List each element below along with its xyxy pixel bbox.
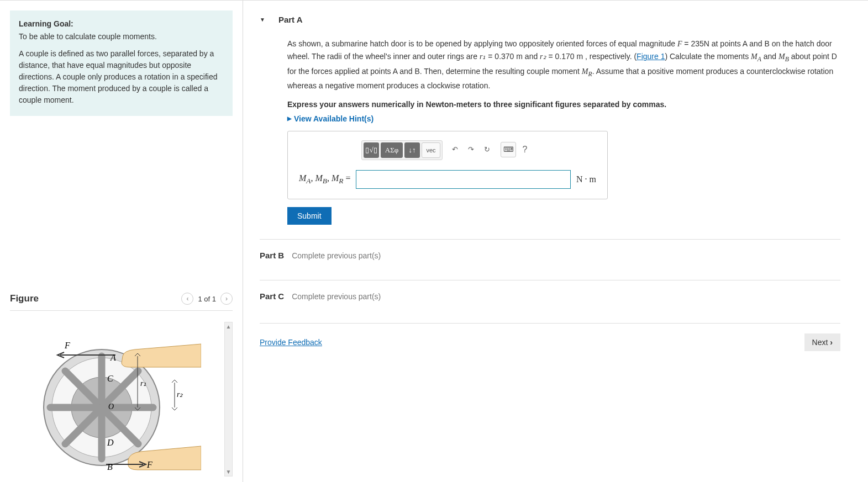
- figure-nav: ‹ 1 of 1 ›: [181, 293, 233, 305]
- view-hints-link[interactable]: ▶ View Available Hint(s): [260, 114, 840, 131]
- label-A: A: [110, 353, 116, 362]
- next-button[interactable]: Next ›: [804, 333, 840, 351]
- templates-button[interactable]: ▯√▯: [364, 142, 379, 158]
- divider: [260, 239, 840, 240]
- figure-image: F F A B C D O r₁ r₂: [10, 322, 221, 482]
- toolbar-group-3: ⌨ ?: [499, 140, 534, 160]
- toolbar-group-2: ↶ ↷ ↻: [446, 140, 496, 160]
- part-c-note: Complete previous part(s): [292, 292, 381, 301]
- answer-row: MA, MB, MR = N · m: [299, 170, 596, 189]
- figure-count: 1 of 1: [198, 295, 216, 303]
- left-panel: Learning Goal: To be able to calculate c…: [0, 1, 243, 482]
- part-c-label: Part C: [260, 292, 284, 301]
- caret-right-icon: ▶: [287, 115, 292, 121]
- divider: [260, 280, 840, 280]
- scroll-up-icon[interactable]: ▲: [226, 322, 232, 331]
- figure-section: Figure ‹ 1 of 1 ›: [10, 282, 233, 482]
- redo-button[interactable]: ↷: [464, 142, 478, 157]
- learning-goal-title: Learning Goal:: [19, 18, 224, 30]
- part-a-title: Part A: [278, 15, 303, 24]
- chevron-right-icon: ›: [830, 338, 833, 347]
- figure-header: Figure ‹ 1 of 1 ›: [10, 293, 233, 311]
- scroll-down-icon[interactable]: ▼: [226, 468, 232, 476]
- answer-input[interactable]: [356, 170, 571, 189]
- answer-instruction: Express your answers numerically in Newt…: [260, 98, 840, 114]
- provide-feedback-link[interactable]: Provide Feedback: [260, 338, 322, 347]
- part-c-row: Part C Complete previous part(s): [260, 286, 840, 306]
- figure-body: F F A B C D O r₁ r₂ ▲ ▼: [10, 311, 233, 482]
- reset-button[interactable]: ↻: [480, 142, 494, 157]
- subsup-button[interactable]: ↓↑: [404, 142, 420, 158]
- part-a-header[interactable]: ▼ Part A: [260, 12, 840, 32]
- label-r2: r₂: [177, 390, 183, 399]
- learning-goal-box: Learning Goal: To be able to calculate c…: [10, 10, 233, 116]
- figure-scrollbar[interactable]: ▲ ▼: [224, 322, 233, 476]
- help-button[interactable]: ?: [518, 142, 532, 157]
- figure-prev-button[interactable]: ‹: [181, 293, 193, 305]
- figure-title: Figure: [10, 293, 39, 304]
- figure-next-button[interactable]: ›: [220, 293, 233, 305]
- learning-goal-body: A couple is defined as two parallel forc…: [19, 48, 224, 106]
- answer-label: MA, MB, MR =: [299, 173, 350, 186]
- wheel-diagram-svg: F F A B C D O r₁ r₂: [30, 322, 201, 482]
- answer-units: N · m: [576, 174, 596, 184]
- toolbar-group-1: ▯√▯ ΑΣφ ↓↑ vec: [361, 140, 443, 160]
- caret-down-icon: ▼: [260, 17, 265, 23]
- greek-button[interactable]: ΑΣφ: [381, 142, 403, 158]
- keyboard-button[interactable]: ⌨: [501, 142, 516, 157]
- part-b-label: Part B: [260, 251, 284, 260]
- label-F-left: F: [64, 341, 70, 350]
- part-b-note: Complete previous part(s): [292, 251, 381, 260]
- question-text: As shown, a submarine hatch door is to b…: [260, 32, 840, 98]
- label-r1: r₁: [140, 379, 146, 388]
- label-F-right: F: [146, 460, 152, 469]
- vec-button[interactable]: vec: [422, 142, 440, 158]
- label-C: C: [107, 374, 113, 383]
- equation-toolbar: ▯√▯ ΑΣφ ↓↑ vec ↶ ↷ ↻ ⌨ ?: [299, 140, 596, 160]
- answer-box: ▯√▯ ΑΣφ ↓↑ vec ↶ ↷ ↻ ⌨ ? MA, MB, MR = N …: [287, 131, 608, 199]
- label-O: O: [108, 402, 114, 411]
- undo-button[interactable]: ↶: [448, 142, 462, 157]
- right-panel: ▼ Part A As shown, a submarine hatch doo…: [243, 1, 868, 482]
- label-D: D: [107, 438, 114, 447]
- footer-row: Provide Feedback Next ›: [260, 323, 840, 351]
- part-b-row: Part B Complete previous part(s): [260, 245, 840, 266]
- label-B: B: [107, 462, 113, 472]
- learning-goal-sub: To be able to calculate couple moments.: [19, 31, 224, 43]
- submit-button[interactable]: Submit: [287, 207, 332, 225]
- figure-link[interactable]: Figure 1: [636, 52, 665, 61]
